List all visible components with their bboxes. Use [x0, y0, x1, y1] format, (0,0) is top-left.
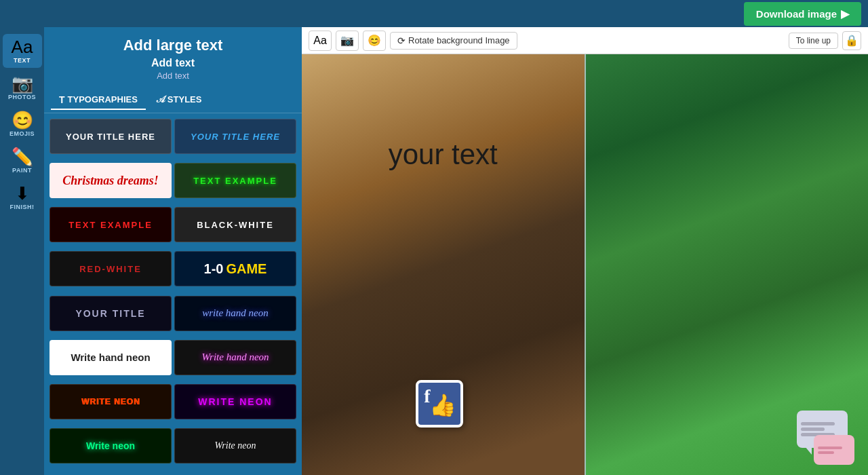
toolbar-right: To line up 🔒	[789, 31, 861, 50]
sidebar-item-text[interactable]: Aa TEXT	[3, 34, 42, 68]
typo-cell-3[interactable]: Christmas dreams!	[50, 163, 172, 198]
finish-icon: ⬇	[15, 185, 30, 202]
sidebar-item-finish[interactable]: ⬇ FINISH!	[3, 180, 42, 214]
canvas-overlay-text[interactable]: your text	[389, 138, 498, 171]
typo-cell-13-text: WRITE NEON	[81, 397, 140, 406]
typo-cell-10[interactable]: write hand neon	[174, 296, 296, 331]
typo-cell-4[interactable]: TEXT EXAMPLE	[174, 163, 296, 198]
typo-cell-15[interactable]: Write neon	[50, 428, 172, 463]
rotate-label: Rotate background Image	[408, 35, 510, 45]
comment-bubble-overlay	[797, 411, 848, 448]
typo-cell-9[interactable]: YOUR TITLE	[50, 296, 172, 331]
typo-cell-12[interactable]: Write hand neon	[174, 340, 296, 375]
typo-cell-8[interactable]: 1-0 GAME	[174, 251, 296, 286]
typo-cell-16-text: Write neon	[214, 440, 256, 451]
typo-cell-9-text: YOUR TITLE	[75, 308, 145, 319]
bubble-line-2	[801, 428, 825, 431]
typo-cell-3-text: Christmas dreams!	[62, 174, 159, 188]
typo-cell-15-text: Write neon	[86, 440, 135, 451]
comment-bubble-secondary	[814, 435, 854, 465]
emojis-icon: 😊	[12, 111, 33, 129]
typo-cell-2-text: YOUR TITLE HERE	[191, 132, 280, 142]
lock-icon: 🔒	[845, 34, 859, 47]
panel-subtitle: Add text	[51, 57, 295, 69]
bubble-line-1	[801, 422, 835, 425]
main-layout: Aa TEXT 📷 PHOTOS 😊 EMOJIS ✏️ PAINT ⬇ FIN…	[0, 27, 868, 475]
typo-cell-14[interactable]: WRITE NEON	[174, 384, 296, 419]
typo-cell-2[interactable]: YOUR TITLE HERE	[174, 119, 296, 154]
sidebar-paint-label: PAINT	[12, 167, 32, 174]
thumbs-up-icon: 👍	[429, 392, 456, 418]
styles-tab-label: STYLES	[167, 94, 202, 104]
paint-icon: ✏️	[12, 148, 33, 166]
typo-cell-16[interactable]: Write neon	[174, 428, 296, 463]
typo-cell-1-text: YOUR TITLE HERE	[66, 132, 155, 142]
panel-header: Add large text Add text Add text	[44, 27, 302, 85]
canvas-right[interactable]	[586, 54, 869, 475]
canvas-photo-tool-button[interactable]: 📷	[336, 31, 359, 51]
sidebar-item-paint[interactable]: ✏️ PAINT	[3, 144, 42, 178]
panel-input-label: Add text	[51, 71, 295, 81]
canvas-text-icon: Aa	[313, 35, 327, 47]
rotate-icon: ⟳	[397, 35, 406, 46]
typo-cell-8-text: 1-0 GAME	[204, 261, 267, 277]
text-panel: Add large text Add text Add text T TYPOG…	[44, 27, 302, 475]
typo-cell-13[interactable]: WRITE NEON	[50, 384, 172, 419]
download-button[interactable]: Download image ▶	[744, 2, 861, 26]
to-line-up-button[interactable]: To line up	[789, 33, 838, 49]
typographies-tab-icon: T	[59, 94, 65, 105]
tab-styles[interactable]: 𝒜 STYLES	[149, 90, 210, 110]
sidebar-item-photos[interactable]: 📷 PHOTOS	[3, 71, 42, 104]
canvas-text-tool-button[interactable]: Aa	[309, 31, 332, 51]
sidebar-item-emojis[interactable]: 😊 EMOJIS	[3, 107, 42, 141]
bubble-tail	[805, 446, 812, 455]
sidebar-emojis-label: EMOJIS	[9, 130, 35, 137]
typo-cell-5[interactable]: TEXT EXAMPLE	[50, 207, 172, 242]
canvas-left[interactable]: your text 👍	[302, 54, 585, 475]
sidebar-text-label: TEXT	[14, 57, 31, 64]
bubble-pink-line-1	[818, 446, 842, 449]
canvas-emoji-icon: 😊	[368, 34, 381, 47]
typography-grid: YOUR TITLE HERE YOUR TITLE HERE Christma…	[44, 113, 302, 475]
text-icon: Aa	[12, 38, 33, 56]
sidebar-finish-label: FINISH!	[10, 204, 35, 210]
sidebar-photos-label: PHOTOS	[8, 94, 36, 100]
styles-tab-icon: 𝒜	[157, 94, 165, 105]
typo-cell-4-text: TEXT EXAMPLE	[193, 176, 277, 186]
typo-cell-14-text: WRITE NEON	[198, 396, 272, 407]
rotate-background-button[interactable]: ⟳ Rotate background Image	[390, 32, 517, 50]
to-line-label: To line up	[796, 36, 831, 45]
lock-button[interactable]: 🔒	[842, 31, 861, 50]
canvas-area: Aa 📷 😊 ⟳ Rotate background Image To line…	[302, 27, 868, 475]
canvas-toolbar: Aa 📷 😊 ⟳ Rotate background Image To line…	[302, 27, 868, 54]
download-arrow-icon: ▶	[841, 7, 849, 20]
facebook-like-overlay: 👍	[416, 380, 470, 434]
typo-cell-7[interactable]: RED-WHITE	[50, 251, 172, 286]
typo-cell-1[interactable]: YOUR TITLE HERE	[50, 119, 172, 154]
canvas-content: your text 👍	[302, 54, 868, 475]
typo-cell-11-text: Write hand neon	[71, 352, 150, 363]
download-label: Download image	[756, 8, 837, 20]
top-bar: Download image ▶	[0, 0, 868, 27]
facebook-icon: 👍	[416, 380, 463, 428]
typo-cell-11[interactable]: Write hand neon	[50, 340, 172, 375]
panel-title: Add large text	[51, 37, 295, 54]
typographies-tab-label: TYPOGRAPHIES	[68, 94, 138, 104]
typo-cell-6-text: BLACK-WHITE	[197, 220, 274, 230]
sidebar: Aa TEXT 📷 PHOTOS 😊 EMOJIS ✏️ PAINT ⬇ FIN…	[0, 27, 44, 475]
canvas-emoji-tool-button[interactable]: 😊	[363, 31, 386, 51]
typo-cell-12-text: Write hand neon	[201, 352, 269, 363]
photos-icon: 📷	[12, 75, 33, 92]
typo-cell-5-text: TEXT EXAMPLE	[68, 220, 153, 230]
typo-cell-6[interactable]: BLACK-WHITE	[174, 207, 296, 242]
typo-cell-7-text: RED-WHITE	[79, 264, 142, 274]
canvas-photo-icon: 📷	[340, 34, 354, 47]
bubble-pink-line-2	[818, 451, 834, 454]
tabs-row: T TYPOGRAPHIES 𝒜 STYLES	[44, 85, 302, 113]
typo-cell-10-text: write hand neon	[202, 307, 269, 319]
tab-typographies[interactable]: T TYPOGRAPHIES	[51, 91, 146, 110]
